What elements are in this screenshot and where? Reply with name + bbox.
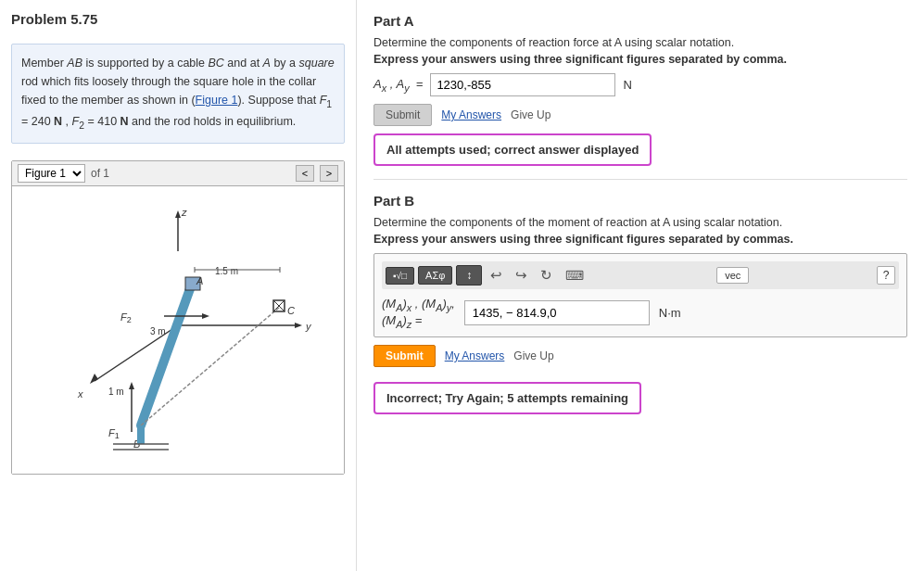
part-a-btn-row: Submit My Answers Give Up [373,104,907,126]
svg-text:1.5 m: 1.5 m [215,266,238,276]
svg-marker-28 [129,382,134,389]
figure-image-area: z y x 1 m [12,186,344,474]
problem-title: Problem 5.75 [11,11,345,27]
part-a-instruction-bold: Express your answers using three signifi… [373,53,907,66]
figure-prev-button[interactable]: < [296,165,314,182]
right-panel: Part A Determine the components of react… [357,0,924,571]
figure-next-button[interactable]: > [320,165,338,182]
part-b-submit-button[interactable]: Submit [373,345,436,367]
svg-marker-4 [295,323,302,328]
part-a-submit-button[interactable]: Submit [373,104,432,126]
math-help-button[interactable]: ? [877,266,895,285]
svg-marker-25 [202,313,209,319]
math-btn-symbols[interactable]: ΑΣφ [418,266,452,285]
svg-text:3 m: 3 m [150,326,166,336]
figure-of-label: of 1 [91,167,109,180]
math-btn-vec[interactable]: vec [716,267,749,284]
math-btn-redo[interactable]: ↪ [511,265,532,286]
part-a-my-answers-button[interactable]: My Answers [441,108,501,121]
math-toolbar: ▪√□ ΑΣφ ↕ ↩ ↪ ↻ ⌨ vec ? [382,261,899,289]
part-b-answer-input[interactable] [464,300,650,325]
part-b-instruction-bold: Express your answers using three signifi… [373,233,907,246]
part-b-give-up-label: Give Up [513,349,553,362]
svg-marker-1 [175,210,181,218]
svg-marker-7 [90,374,98,384]
math-btn-arrows[interactable]: ↕ [456,265,482,286]
part-a-answer-input[interactable] [430,73,615,96]
figure-toolbar: Figure 1 of 1 < > [12,161,344,186]
svg-text:1 m: 1 m [108,387,124,397]
part-b-answer-label: (MA)x , (MA)y, (MA)z = [382,297,455,329]
svg-text:F2: F2 [120,311,132,324]
math-btn-keyboard[interactable]: ⌨ [561,266,589,285]
math-btn-undo[interactable]: ↩ [486,265,507,286]
part-b-banner: Incorrect; Try Again; 5 attempts remaini… [373,382,641,414]
part-b-answer-unit: N·m [659,306,681,320]
part-a-answer-label: Ax , Ay = [373,77,423,94]
part-a-title: Part A [373,13,907,29]
part-b-section: Part B Determine the components of the m… [373,193,907,427]
svg-text:y: y [305,321,312,332]
figure-container: Figure 1 of 1 < > z [11,160,345,475]
svg-text:x: x [77,388,83,400]
svg-text:C: C [287,305,295,316]
math-input-row: (MA)x , (MA)y, (MA)z = N·m [382,297,899,329]
part-b-instruction: Determine the components of the moment o… [373,216,907,229]
svg-line-10 [141,284,192,425]
part-b-btn-row: Submit My Answers Give Up [373,345,907,367]
part-a-section: Part A Determine the components of react… [373,13,907,180]
problem-description: Member AB is supported by a cable BC and… [11,44,345,144]
part-b-my-answers-button[interactable]: My Answers [445,349,505,362]
figure-select[interactable]: Figure 1 [18,164,85,183]
math-btn-refresh[interactable]: ↻ [536,265,557,286]
figure-svg: z y x 1 m [20,196,335,464]
figure-link[interactable]: Figure 1 [196,94,238,107]
svg-text:F1: F1 [108,427,120,440]
part-a-give-up-label: Give Up [511,108,551,121]
part-a-answer-row: Ax , Ay = N [373,73,907,96]
part-a-instruction: Determine the components of reaction for… [373,36,907,49]
math-editor-area: ▪√□ ΑΣφ ↕ ↩ ↪ ↻ ⌨ vec ? (MA)x , (MA)y, [373,253,907,337]
part-a-banner: All attempts used; correct answer displa… [373,133,652,166]
part-b-title: Part B [373,193,907,209]
svg-text:A: A [196,275,203,286]
math-btn-sqrt[interactable]: ▪√□ [386,267,414,285]
svg-text:z: z [181,207,187,218]
part-a-answer-unit: N [623,78,631,92]
left-panel: Problem 5.75 Member AB is supported by a… [0,0,357,571]
description-text: Member AB is supported by a cable BC and… [21,57,335,128]
